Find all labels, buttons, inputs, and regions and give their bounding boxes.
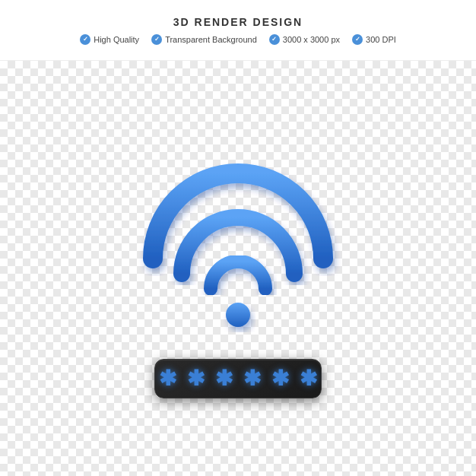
badge-dpi: ✓ 300 DPI (352, 34, 396, 45)
check-icon-1: ✓ (80, 34, 90, 45)
wifi-container: ✱ ✱ ✱ ✱ ✱ ✱ (132, 138, 344, 398)
wifi-dot (226, 303, 250, 327)
asterisk-2: ✱ (187, 368, 205, 389)
asterisk-4: ✱ (243, 368, 261, 389)
asterisk-5: ✱ (271, 368, 289, 389)
content-area: ✱ ✱ ✱ ✱ ✱ ✱ (0, 61, 476, 476)
wifi-svg (132, 146, 344, 344)
asterisk-6: ✱ (300, 368, 317, 389)
badge-label-2: Transparent Background (165, 35, 257, 44)
asterisk-3: ✱ (215, 368, 233, 389)
badge-transparent-bg: ✓ Transparent Background (151, 34, 257, 45)
check-icon-4: ✓ (352, 34, 363, 45)
check-icon-2: ✓ (151, 34, 162, 45)
page-container: 3D RENDER DESIGN ✓ High Quality ✓ Transp… (0, 0, 476, 476)
badge-high-quality: ✓ High Quality (80, 34, 139, 45)
password-bar: ✱ ✱ ✱ ✱ ✱ ✱ (154, 359, 322, 398)
badge-label-1: High Quality (94, 35, 139, 44)
header: 3D RENDER DESIGN ✓ High Quality ✓ Transp… (0, 0, 476, 61)
check-icon-3: ✓ (269, 34, 280, 45)
wifi-arc-small (211, 262, 265, 289)
badge-label-4: 300 DPI (366, 35, 396, 44)
wifi-symbol (132, 138, 344, 351)
badge-label-3: 3000 x 3000 px (283, 35, 340, 44)
asterisk-1: ✱ (159, 368, 176, 389)
badges-row: ✓ High Quality ✓ Transparent Background … (80, 34, 396, 45)
badge-resolution: ✓ 3000 x 3000 px (269, 34, 340, 45)
page-title: 3D RENDER DESIGN (173, 16, 303, 28)
